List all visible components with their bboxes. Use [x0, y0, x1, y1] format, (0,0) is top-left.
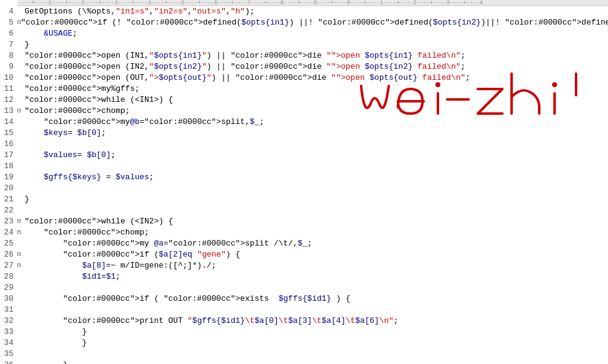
fold-icon[interactable]: ⊟: [17, 106, 25, 117]
code-area[interactable]: ----+----1----+----2----+----3----+----4…: [17, 0, 608, 364]
code-content: }: [25, 194, 29, 205]
line-number: 22: [4, 205, 14, 216]
line-number: 8: [4, 50, 14, 61]
table-row: "color:#0000cc">my%gffs;: [17, 83, 608, 95]
fold-icon[interactable]: ⊟: [17, 216, 25, 227]
code-content: "color:#0000cc">chomp;: [25, 227, 149, 238]
table-row: [17, 205, 608, 216]
code-content: "color:#0000cc">open (IN1,"$opts{in1}") …: [25, 50, 466, 61]
code-content: "color:#0000cc">if ($a[2]eq "gene") {: [25, 249, 240, 260]
line-number: 7: [4, 39, 14, 50]
table-row: }: [17, 327, 608, 338]
line-number: 9: [4, 61, 14, 72]
table-row: [17, 349, 608, 360]
code-content: }: [25, 39, 29, 50]
table-row: [17, 282, 608, 293]
line-number: 31: [4, 304, 14, 316]
line-number: 19: [4, 172, 14, 183]
table-row: [17, 161, 608, 172]
line-number: 4: [4, 6, 14, 17]
table-row: $keys= $b[0];: [17, 128, 608, 139]
code-content: "color:#0000cc">if ( "color:#0000cc">exi…: [25, 293, 351, 304]
table-row: ⊟"color:#0000cc">chomp;: [17, 106, 608, 117]
table-row: }: [17, 39, 608, 50]
table-row: "color:#0000cc">my @a="color:#0000cc">sp…: [17, 238, 608, 249]
code-content: "color:#0000cc">open (OUT,">$opts{out}")…: [25, 72, 470, 83]
table-row: $gffs{$keys} = $values;: [17, 172, 608, 183]
code-content: "color:#0000cc">if (! "color:#0000cc">de…: [21, 17, 608, 28]
table-row: $values= $b[0];: [17, 150, 608, 161]
fold-icon[interactable]: ⊟: [17, 260, 25, 271]
code-content: }: [25, 360, 68, 364]
line-number: 5: [4, 17, 14, 28]
code-content: "color:#0000cc">while (<IN2>) {: [25, 216, 173, 227]
line-number: 24: [4, 227, 14, 238]
code-content: $gffs{$keys} = $values;: [25, 172, 154, 183]
table-row: "color:#0000cc">my@b="color:#0000cc">spl…: [17, 117, 608, 128]
line-number: 35: [4, 349, 14, 360]
line-number: 15: [4, 128, 14, 139]
code-content: }: [25, 338, 87, 349]
line-number: 23: [4, 216, 14, 227]
ruler-text: ----+----1----+----2----+----3----+----4…: [18, 0, 483, 6]
code-content: "color:#0000cc">chomp;: [25, 106, 130, 117]
line-number: 29: [4, 282, 14, 293]
table-row: "color:#0000cc">open (IN1,"$opts{in1}") …: [17, 50, 608, 61]
table-row: $id1=$1;: [17, 271, 608, 282]
line-number: 25: [4, 238, 14, 249]
ruler: ----+----1----+----2----+----3----+----4…: [17, 0, 608, 6]
fold-icon[interactable]: ⊟: [17, 249, 25, 260]
code-content: $a[8]=~ m/ID=gene:([^;]*)./;: [25, 260, 216, 271]
table-row: [17, 183, 608, 194]
table-row: GetOptions (\%opts,"in1=s","in2=s","out=…: [17, 6, 608, 17]
line-number: 30: [4, 293, 14, 304]
line-number: 11: [4, 83, 14, 95]
table-row: ⊟ "color:#0000cc">if ($a[2]eq "gene") {: [17, 249, 608, 260]
table-row: }: [17, 194, 608, 205]
table-row: }: [17, 338, 608, 349]
editor-container: 4567891011121314151617181920212223242526…: [0, 0, 608, 364]
line-number: 33: [4, 327, 14, 338]
line-number: 17: [4, 150, 14, 161]
table-row: "color:#0000cc">if ( "color:#0000cc">exi…: [17, 293, 608, 304]
line-number: 21: [4, 194, 14, 205]
table-row: "color:#0000cc">while (<IN1>) {: [17, 95, 608, 106]
code-content: $keys= $b[0];: [25, 128, 106, 139]
table-row: ⊟"color:#0000cc">while (<IN2>) {: [17, 216, 608, 227]
code-content: GetOptions (\%opts,"in1=s","in2=s","out=…: [25, 6, 255, 17]
table-row: [17, 304, 608, 316]
table-row: ⊟"color:#0000cc">if (! "color:#0000cc">d…: [17, 17, 608, 28]
code-lines: GetOptions (\%opts,"in1=s","in2=s","out=…: [17, 6, 608, 364]
table-row: "color:#0000cc">print OUT "$gffs{$id1}\t…: [17, 316, 608, 327]
code-content: "color:#0000cc">my%gffs;: [25, 83, 139, 95]
line-number: 27: [4, 260, 14, 271]
line-number: 26: [4, 249, 14, 260]
line-number: 32: [4, 316, 14, 327]
fold-icon[interactable]: ⊟: [17, 227, 25, 238]
line-number: 16: [4, 139, 14, 150]
code-content: &USAGE;: [25, 28, 77, 39]
line-number: 36: [4, 360, 14, 364]
line-number: 6: [4, 28, 14, 39]
code-content: $values= $b[0];: [25, 150, 115, 161]
table-row: "color:#0000cc">open (OUT,">$opts{out}")…: [17, 72, 608, 83]
code-content: "color:#0000cc">my@b="color:#0000cc">spl…: [25, 117, 264, 128]
table-row: &USAGE;: [17, 28, 608, 39]
line-number: 28: [4, 271, 14, 282]
line-number: 34: [4, 338, 14, 349]
code-content: "color:#0000cc">while (<IN1>) {: [25, 95, 173, 106]
line-number: 13: [4, 106, 14, 117]
code-content: $id1=$1;: [25, 271, 120, 282]
table-row: }: [17, 360, 608, 364]
table-row: "color:#0000cc">open (IN2,"$opts{in2}") …: [17, 61, 608, 72]
code-content: "color:#0000cc">print OUT "$gffs{$id1}\t…: [25, 316, 399, 327]
line-number: 20: [4, 183, 14, 194]
line-numbers: 4567891011121314151617181920212223242526…: [0, 0, 17, 364]
line-number: 10: [4, 72, 14, 83]
table-row: ⊟ "color:#0000cc">chomp;: [17, 227, 608, 238]
line-number: 14: [4, 117, 14, 128]
line-number: 12: [4, 95, 14, 106]
table-row: ⊟ $a[8]=~ m/ID=gene:([^;]*)./;: [17, 260, 608, 271]
table-row: [17, 139, 608, 150]
line-number: 18: [4, 161, 14, 172]
